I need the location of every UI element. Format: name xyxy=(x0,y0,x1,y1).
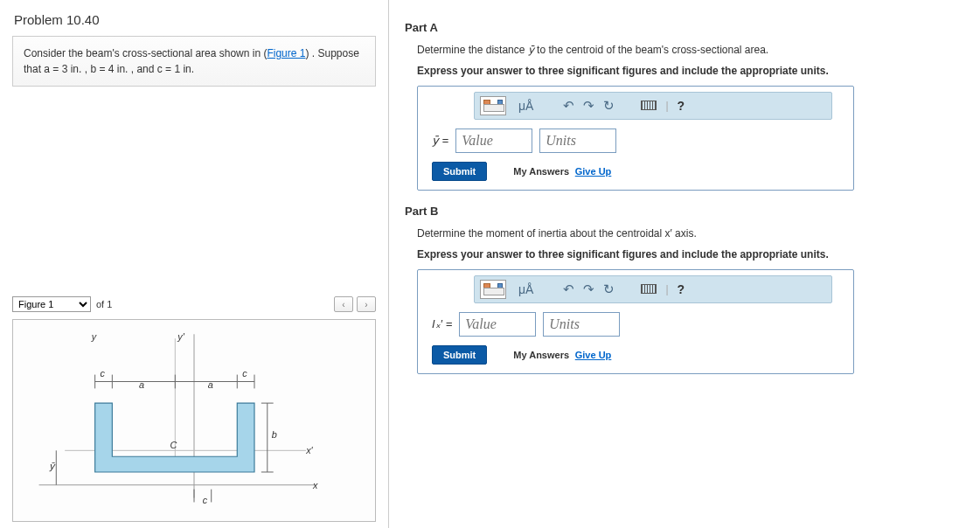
problem-text-before: Consider the beam's cross-sectional area… xyxy=(24,47,267,59)
part-a-prompt-before: Determine the distance xyxy=(417,44,528,56)
units-mua-button[interactable]: μÅ xyxy=(515,99,537,113)
part-a-prompt: Determine the distance ȳ to the centroid… xyxy=(405,41,971,63)
svg-text:c: c xyxy=(203,495,208,505)
part-b-give-up-link[interactable]: Give Up xyxy=(575,350,612,360)
redo-icon[interactable]: ↷ xyxy=(583,281,594,297)
help-icon[interactable]: ? xyxy=(678,282,685,296)
part-b-prompt-text: Determine the moment of inertia about th… xyxy=(417,227,697,240)
reset-icon[interactable]: ↻ xyxy=(603,98,615,114)
svg-text:C: C xyxy=(170,440,177,450)
svg-text:b: b xyxy=(272,429,277,440)
part-b-answer-box: μÅ ↶ ↷ ↻ | ? Iₓ′ = Submit My Answers Giv… xyxy=(417,269,854,374)
part-b-submit-row: Submit My Answers Give Up xyxy=(432,345,846,365)
keyboard-icon[interactable] xyxy=(641,284,657,294)
figure-image: x y y' x' a a c c C b c ȳ xyxy=(12,319,376,522)
toolbar-separator: | xyxy=(665,283,668,295)
templates-icon[interactable] xyxy=(480,96,506,115)
part-b-prompt: Determine the moment of inertia about th… xyxy=(405,225,971,247)
part-a-instruction: Express your answer to three significant… xyxy=(405,63,971,86)
part-b-value-input[interactable] xyxy=(459,312,536,337)
reset-icon[interactable]: ↻ xyxy=(603,281,615,297)
figure-of-label: of 1 xyxy=(96,299,112,309)
part-b-instruction: Express your answer to three significant… xyxy=(405,247,971,269)
part-a-value-input[interactable] xyxy=(455,129,532,153)
svg-text:y': y' xyxy=(177,331,184,342)
keyboard-icon[interactable] xyxy=(641,101,657,110)
figure-next-button[interactable]: › xyxy=(357,296,376,312)
left-panel: Problem 10.40 Consider the beam's cross-… xyxy=(0,0,388,528)
undo-icon[interactable]: ↶ xyxy=(563,281,574,297)
ybar-symbol: ȳ xyxy=(528,44,534,56)
part-a-var-label: ȳ = xyxy=(432,134,448,147)
part-a-answer-box: μÅ ↶ ↷ ↻ | ? ȳ = Submit My Answers Give … xyxy=(417,86,854,191)
part-b-submit-button[interactable]: Submit xyxy=(432,345,487,365)
figure-link[interactable]: Figure 1 xyxy=(267,47,305,59)
part-a-prompt-after: to the centroid of the beam's cross-sect… xyxy=(534,44,768,56)
part-b-toolbar: μÅ ↶ ↷ ↻ | ? xyxy=(474,275,832,303)
svg-text:c: c xyxy=(101,368,106,379)
svg-text:x': x' xyxy=(305,445,313,455)
part-a-units-input[interactable] xyxy=(539,129,616,153)
svg-text:y: y xyxy=(91,331,97,342)
undo-icon[interactable]: ↶ xyxy=(563,98,574,114)
problem-statement: Consider the beam's cross-sectional area… xyxy=(12,36,376,87)
part-b-my-answers: My Answers xyxy=(513,350,569,360)
svg-text:ȳ: ȳ xyxy=(49,461,56,472)
problem-title: Problem 10.40 xyxy=(5,7,383,36)
figure-dropdown[interactable]: Figure 1 xyxy=(12,296,91,312)
part-b-input-row: Iₓ′ = xyxy=(432,312,846,337)
part-a-input-row: ȳ = xyxy=(432,129,846,153)
part-b-units-input[interactable] xyxy=(543,312,620,337)
templates-icon[interactable] xyxy=(480,280,506,299)
svg-text:x: x xyxy=(312,480,318,490)
part-a-toolbar: μÅ ↶ ↷ ↻ | ? xyxy=(474,92,832,120)
figure-selector-bar: Figure 1 of 1 ‹ › xyxy=(5,296,383,312)
part-b-title: Part B xyxy=(405,191,971,225)
part-a-title: Part A xyxy=(405,7,971,41)
part-a-give-up-link[interactable]: Give Up xyxy=(575,166,612,177)
right-panel: Part A Determine the distance ȳ to the c… xyxy=(388,0,980,528)
figure-prev-button[interactable]: ‹ xyxy=(334,296,353,312)
part-a-submit-button[interactable]: Submit xyxy=(432,162,487,181)
part-a-submit-row: Submit My Answers Give Up xyxy=(432,162,846,181)
units-mua-button[interactable]: μÅ xyxy=(515,282,537,296)
help-icon[interactable]: ? xyxy=(678,99,685,113)
svg-text:c: c xyxy=(242,368,247,379)
redo-icon[interactable]: ↷ xyxy=(583,98,594,114)
part-a-my-answers: My Answers xyxy=(513,166,569,177)
part-b-var-label: Iₓ′ = xyxy=(432,317,452,330)
toolbar-separator: | xyxy=(665,100,668,112)
